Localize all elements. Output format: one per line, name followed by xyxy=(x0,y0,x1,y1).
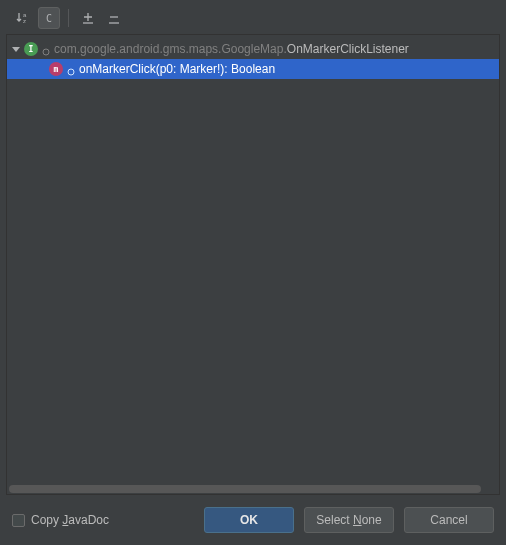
toolbar-separator xyxy=(68,9,69,27)
ok-label: OK xyxy=(240,513,258,527)
chevron-down-icon xyxy=(11,44,21,54)
toolbar: az C xyxy=(6,6,500,34)
checkbox-box-icon xyxy=(12,514,25,527)
copy-javadoc-label: Copy JavaDoc xyxy=(31,513,109,527)
svg-point-2 xyxy=(43,49,49,55)
interface-icon: I xyxy=(24,42,38,56)
member-tree[interactable]: I com.google.android.gms.maps.GoogleMap.… xyxy=(7,35,499,79)
tree-method-item[interactable]: m onMarkerClick(p0: Marker!): Boolean xyxy=(7,59,499,79)
svg-text:z: z xyxy=(23,18,26,24)
sort-alphabetically-button[interactable]: az xyxy=(12,7,34,29)
expand-all-button[interactable] xyxy=(77,7,99,29)
dialog-footer: Copy JavaDoc OK Select None Cancel xyxy=(6,495,500,539)
class-filter-icon: C xyxy=(46,13,52,24)
cancel-button[interactable]: Cancel xyxy=(404,507,494,533)
horizontal-scrollbar[interactable] xyxy=(7,484,499,494)
copy-javadoc-checkbox[interactable]: Copy JavaDoc xyxy=(12,513,109,527)
expand-all-icon xyxy=(81,11,95,25)
scrollbar-thumb[interactable] xyxy=(9,485,481,493)
ok-button[interactable]: OK xyxy=(204,507,294,533)
interface-qualified-name: com.google.android.gms.maps.GoogleMap.On… xyxy=(54,42,409,56)
select-none-label: Select None xyxy=(316,513,381,527)
abstract-badge-icon xyxy=(67,65,75,73)
tree-root-interface[interactable]: I com.google.android.gms.maps.GoogleMap.… xyxy=(7,39,499,59)
svg-point-3 xyxy=(68,69,74,75)
show-classes-button[interactable]: C xyxy=(38,7,60,29)
sort-alpha-icon: az xyxy=(16,11,30,25)
abstract-badge-icon xyxy=(42,45,50,53)
cancel-label: Cancel xyxy=(430,513,467,527)
method-icon: m xyxy=(49,62,63,76)
collapse-all-icon xyxy=(107,11,121,25)
select-none-button[interactable]: Select None xyxy=(304,507,394,533)
collapse-all-button[interactable] xyxy=(103,7,125,29)
method-signature: onMarkerClick(p0: Marker!): Boolean xyxy=(79,62,275,76)
member-tree-panel: I com.google.android.gms.maps.GoogleMap.… xyxy=(6,34,500,495)
